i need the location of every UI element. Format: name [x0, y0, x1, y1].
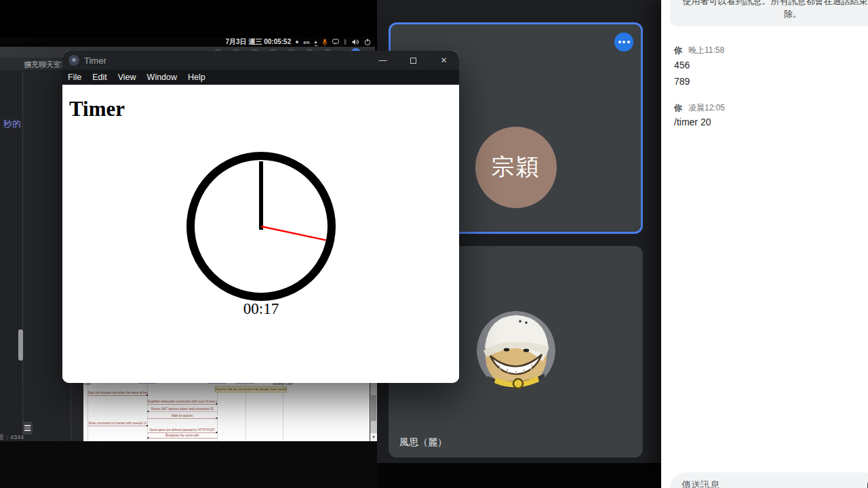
message-text: 456	[674, 60, 690, 70]
menu-help[interactable]: Help	[188, 73, 205, 82]
eject-icon[interactable]: ▴	[315, 38, 317, 46]
close-button[interactable]: ✕	[429, 51, 459, 70]
doc-scrollbar[interactable]: ▾	[370, 376, 377, 441]
timer-digital-display: 00:17	[180, 300, 342, 318]
participant-name: 風思（麗）	[399, 436, 447, 449]
arrowhead	[146, 394, 148, 396]
chat-message-input[interactable]	[680, 479, 829, 488]
menubar-clock[interactable]: 7月3日 週三 00:05:52	[226, 37, 292, 47]
message-sender: 你	[674, 45, 682, 56]
input-source-indicator[interactable]: en	[303, 38, 309, 46]
bluetooth-icon[interactable]: ᛒ	[344, 38, 347, 46]
document-viewer: User Another User Assume that the connec…	[71, 376, 377, 441]
arrowhead	[148, 437, 149, 439]
doc-scrollbar-thumb[interactable]	[371, 395, 376, 421]
message-text: /timer 20	[674, 117, 711, 127]
second-hand	[261, 226, 326, 240]
avatar: 宗穎	[475, 127, 557, 208]
hamburger-menu-button[interactable]	[22, 422, 33, 434]
timer-content: Timer 00:17	[62, 85, 459, 383]
message-time: 凌晨12:05	[688, 102, 725, 114]
diagram-arrow	[148, 438, 218, 439]
scrollbar-thumb[interactable]	[18, 329, 23, 361]
more-options-button[interactable]	[614, 33, 633, 52]
chat-input-container	[670, 472, 868, 488]
diagram-arrow	[148, 411, 218, 412]
arrowhead	[216, 418, 218, 419]
sequence-diagram: User Another User Assume that the connec…	[83, 382, 370, 441]
arrowhead	[216, 403, 218, 405]
minimize-button[interactable]: —	[368, 51, 398, 70]
timer-titlebar[interactable]: ✳ Timer — ✕	[62, 51, 459, 70]
diagram-note: Assume that the connection has already b…	[215, 386, 287, 392]
diagram-arrow	[88, 395, 148, 396]
timer-window[interactable]: ✳ Timer — ✕ File Edit View Window Help T…	[62, 51, 459, 383]
chat-bubble-icon[interactable]	[332, 38, 339, 46]
dots-icon	[618, 41, 621, 43]
diagram-message: Start the program and enter the name at …	[88, 391, 148, 394]
desktop-black-area	[0, 441, 377, 488]
microphone-icon[interactable]	[322, 38, 328, 46]
message-header: 你 凌晨12:05	[674, 102, 725, 114]
message-header: 你 晚上11:58	[674, 45, 724, 56]
lifeline	[245, 384, 246, 441]
diagram-message: Establish websocket connection with room…	[148, 400, 218, 403]
status-dot-icon[interactable]	[296, 41, 298, 43]
chat-panel: 使用者可以看到訊息。所有訊息都會在通話結束後遭到刪除。 你 晚上11:58 45…	[661, 0, 868, 488]
menu-file[interactable]: File	[68, 73, 81, 82]
diagram-arrow	[148, 404, 218, 405]
menu-view[interactable]: View	[118, 73, 136, 82]
diagram-message: Broadcast the event with	[148, 434, 218, 437]
partial-link-text[interactable]: 秒的	[3, 118, 21, 130]
diagram-message: Enter command on interact with pseudo UI	[88, 422, 148, 425]
arrowhead	[146, 425, 148, 426]
chat-retention-notice: 使用者可以看到訊息。所有訊息都會在通話結束後遭到刪除。	[670, 0, 868, 26]
korosensei-plush-avatar	[477, 311, 555, 390]
window-title: Timer	[84, 56, 106, 66]
diagram-arrow	[148, 432, 218, 433]
lifeline	[283, 384, 283, 441]
diagram-arrow	[148, 418, 218, 419]
power-icon[interactable]	[364, 38, 371, 46]
arrowhead	[148, 411, 149, 412]
timer-menubar: File Edit View Window Help	[62, 70, 459, 85]
menu-window[interactable]: Window	[147, 73, 177, 82]
message-time: 晚上11:58	[688, 45, 724, 56]
diagram-message: Wait for actions	[148, 414, 218, 418]
system-menubar: 7月3日 週三 00:05:52 en ▴ ᛒ	[0, 37, 375, 47]
analog-clock	[180, 145, 342, 308]
divider	[22, 72, 23, 441]
diagram-message: Send same pre-defined payload by HTTP PO…	[148, 428, 218, 432]
message-text: 789	[674, 76, 690, 87]
maximize-button[interactable]	[398, 51, 429, 70]
diagram-message: Return JWT (access token) and connection…	[148, 407, 218, 411]
menu-edit[interactable]: Edit	[92, 73, 107, 82]
maximize-icon	[410, 58, 416, 64]
scroll-down-arrow-icon[interactable]: ▾	[370, 433, 377, 441]
desktop-black-area	[377, 463, 661, 488]
timer-heading: Timer	[69, 97, 125, 121]
screen: 7月3日 週三 00:05:52 en ▴ ᛒ 擴充聊天室功能	[0, 0, 868, 488]
message-sender: 你	[674, 102, 682, 114]
diagram-arrow	[88, 426, 148, 426]
diagram-page: User Another User Assume that the connec…	[83, 382, 370, 441]
volume-icon[interactable]	[352, 38, 359, 46]
timer-app-icon: ✳	[68, 55, 79, 66]
